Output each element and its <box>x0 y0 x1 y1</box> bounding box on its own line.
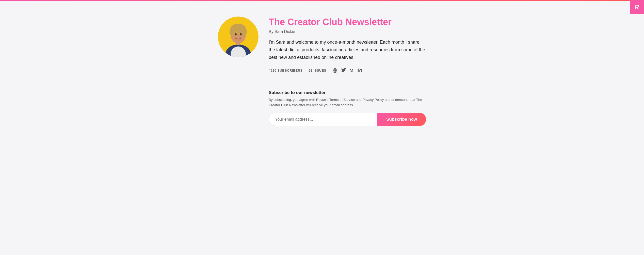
main-content: The Creator Club Newsletter By Sam Dicki… <box>208 1 436 141</box>
svg-point-8 <box>235 33 237 36</box>
subscribe-title: Subscribe to our newsletter <box>269 90 426 95</box>
stats-row: 4620 SUBSCRIBERS 23 ISSUES <box>269 67 426 74</box>
svg-point-6 <box>230 27 236 36</box>
disclaimer-text-1: By subscribing, you agree with Revue's <box>269 98 329 102</box>
email-input[interactable] <box>269 113 377 126</box>
avatar <box>218 17 259 57</box>
info-section: The Creator Club Newsletter By Sam Dicki… <box>269 17 426 126</box>
medium-icon[interactable]: M <box>350 68 354 73</box>
svg-point-9 <box>240 33 242 36</box>
svg-point-7 <box>241 27 247 36</box>
author-name: By Sam Dickie <box>269 29 426 34</box>
subscribers-stat: 4620 SUBSCRIBERS <box>269 69 302 72</box>
revue-badge[interactable]: R <box>630 0 644 14</box>
revue-badge-letter: R <box>635 4 639 11</box>
newsletter-title: The Creator Club Newsletter <box>269 17 426 27</box>
subscribe-button[interactable]: Subscribe now <box>377 113 426 126</box>
subscribe-disclaimer: By subscribing, you agree with Revue's T… <box>269 97 426 108</box>
disclaimer-and: and <box>355 98 362 102</box>
twitter-icon[interactable] <box>341 67 346 74</box>
privacy-policy-link[interactable]: Privacy Policy <box>362 98 384 102</box>
svg-point-13 <box>358 68 359 69</box>
social-icons: M <box>332 67 362 74</box>
terms-of-service-link[interactable]: Terms of Service <box>329 98 355 102</box>
avatar-wrapper <box>218 17 259 58</box>
globe-icon[interactable] <box>332 68 337 73</box>
subscribe-section: Subscribe to our newsletter By subscribi… <box>269 83 426 126</box>
svg-rect-12 <box>358 69 359 72</box>
subscribe-form: Subscribe now <box>269 113 426 126</box>
issues-stat: 23 ISSUES <box>309 69 326 72</box>
newsletter-description: I'm Sam and welcome to my once-a-month n… <box>269 39 426 61</box>
linkedin-icon[interactable] <box>357 67 362 74</box>
profile-section: The Creator Club Newsletter By Sam Dicki… <box>218 17 426 126</box>
